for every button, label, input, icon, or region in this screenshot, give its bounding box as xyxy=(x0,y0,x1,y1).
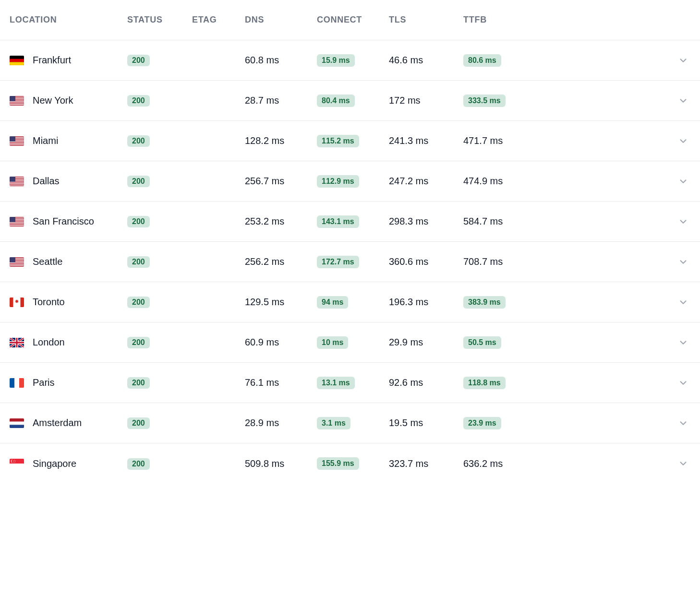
flag-icon xyxy=(10,298,24,307)
location-name: Amsterdam xyxy=(33,417,82,428)
location-name: London xyxy=(33,337,65,348)
location-cell: Paris xyxy=(10,377,127,388)
status-cell: 200 xyxy=(127,135,150,147)
connect-cell: 15.9 ms xyxy=(317,54,355,67)
status-badge: 200 xyxy=(127,417,150,429)
ttfb-cell: 474.9 ms xyxy=(463,176,503,187)
dns-cell: 509.8 ms xyxy=(245,458,284,469)
flag-icon xyxy=(10,459,24,468)
col-header-connect: Connect xyxy=(317,15,389,25)
dns-cell: 256.7 ms xyxy=(245,176,284,187)
ttfb-cell: 333.5 ms xyxy=(463,95,506,107)
ttfb-badge: 80.6 ms xyxy=(463,54,501,67)
table-row[interactable]: San Francisco200253.2 ms143.1 ms298.3 ms… xyxy=(0,202,700,242)
chevron-down-icon xyxy=(678,176,688,187)
connect-cell: 13.1 ms xyxy=(317,377,355,389)
connect-cell: 172.7 ms xyxy=(317,256,359,268)
connect-badge: 80.4 ms xyxy=(317,95,355,107)
connect-badge: 13.1 ms xyxy=(317,377,355,389)
dns-cell: 256.2 ms xyxy=(245,256,284,267)
status-cell: 200 xyxy=(127,417,150,429)
connect-badge: 10 ms xyxy=(317,336,348,349)
ttfb-cell: 80.6 ms xyxy=(463,54,501,67)
expand-button[interactable] xyxy=(555,55,690,66)
location-cell: Singapore xyxy=(10,458,127,469)
dns-cell: 76.1 ms xyxy=(245,377,279,388)
ttfb-cell: 636.2 ms xyxy=(463,458,503,469)
location-name: Dallas xyxy=(33,176,60,187)
table-row[interactable]: Toronto200129.5 ms94 ms196.3 ms383.9 ms xyxy=(0,282,700,322)
expand-button[interactable] xyxy=(555,297,690,308)
chevron-down-icon xyxy=(678,257,688,267)
tls-cell: 360.6 ms xyxy=(389,256,428,267)
expand-button[interactable] xyxy=(555,95,690,106)
ttfb-cell: 708.7 ms xyxy=(463,256,503,267)
tls-cell: 247.2 ms xyxy=(389,176,428,187)
col-header-location: Location xyxy=(10,15,127,25)
dns-cell: 28.7 ms xyxy=(245,95,279,106)
status-badge: 200 xyxy=(127,55,150,66)
status-cell: 200 xyxy=(127,296,150,308)
expand-button[interactable] xyxy=(555,216,690,227)
expand-button[interactable] xyxy=(555,257,690,267)
expand-button[interactable] xyxy=(555,136,690,146)
tls-cell: 196.3 ms xyxy=(389,297,428,308)
table-row[interactable]: Amsterdam20028.9 ms3.1 ms19.5 ms23.9 ms xyxy=(0,403,700,443)
dns-cell: 129.5 ms xyxy=(245,297,284,308)
location-cell: Seattle xyxy=(10,256,127,267)
table-row[interactable]: Frankfurt20060.8 ms15.9 ms46.6 ms80.6 ms xyxy=(0,40,700,81)
connect-cell: 155.9 ms xyxy=(317,457,359,470)
location-name: New York xyxy=(33,95,73,106)
flag-icon xyxy=(10,378,24,388)
flag-icon xyxy=(10,418,24,428)
ttfb-badge: 50.5 ms xyxy=(463,336,501,349)
table-row[interactable]: London20060.9 ms10 ms29.9 ms50.5 ms xyxy=(0,322,700,363)
ttfb-cell: 584.7 ms xyxy=(463,216,503,227)
tls-cell: 19.5 ms xyxy=(389,417,423,428)
status-cell: 200 xyxy=(127,215,150,227)
ttfb-cell: 50.5 ms xyxy=(463,336,501,349)
latency-table: Location Status ETag DNS Connect TLS TTF… xyxy=(0,0,700,484)
table-row[interactable]: New York20028.7 ms80.4 ms172 ms333.5 ms xyxy=(0,81,700,121)
location-name: Toronto xyxy=(33,297,65,308)
expand-button[interactable] xyxy=(555,337,690,348)
location-name: Seattle xyxy=(33,256,62,267)
connect-badge: 143.1 ms xyxy=(317,215,359,228)
ttfb-badge: 383.9 ms xyxy=(463,296,506,309)
tls-cell: 92.6 ms xyxy=(389,377,423,388)
status-cell: 200 xyxy=(127,336,150,348)
chevron-down-icon xyxy=(678,378,688,388)
chevron-down-icon xyxy=(678,136,688,146)
location-cell: Amsterdam xyxy=(10,417,127,428)
chevron-down-icon xyxy=(678,418,688,428)
chevron-down-icon xyxy=(678,55,688,66)
expand-button[interactable] xyxy=(555,176,690,187)
table-row[interactable]: Paris20076.1 ms13.1 ms92.6 ms118.8 ms xyxy=(0,363,700,403)
flag-icon xyxy=(10,257,24,267)
connect-cell: 10 ms xyxy=(317,336,348,349)
expand-button[interactable] xyxy=(555,458,690,469)
location-cell: San Francisco xyxy=(10,216,127,227)
chevron-down-icon xyxy=(678,297,688,308)
expand-button[interactable] xyxy=(555,418,690,428)
col-header-tls: TLS xyxy=(389,15,463,25)
expand-button[interactable] xyxy=(555,378,690,388)
location-cell: New York xyxy=(10,95,127,106)
location-cell: Dallas xyxy=(10,176,127,187)
table-row[interactable]: Dallas200256.7 ms112.9 ms247.2 ms474.9 m… xyxy=(0,161,700,202)
tls-cell: 241.3 ms xyxy=(389,135,428,146)
table-row[interactable]: Singapore200509.8 ms155.9 ms323.7 ms636.… xyxy=(0,443,700,484)
connect-cell: 112.9 ms xyxy=(317,175,359,188)
status-cell: 200 xyxy=(127,458,150,470)
table-row[interactable]: Miami200128.2 ms115.2 ms241.3 ms471.7 ms xyxy=(0,121,700,161)
chevron-down-icon xyxy=(678,95,688,106)
tls-cell: 29.9 ms xyxy=(389,337,423,348)
ttfb-badge: 333.5 ms xyxy=(463,95,506,107)
status-cell: 200 xyxy=(127,175,150,187)
connect-badge: 94 ms xyxy=(317,296,348,309)
ttfb-cell: 118.8 ms xyxy=(463,377,506,389)
col-header-status: Status xyxy=(127,15,192,25)
connect-badge: 115.2 ms xyxy=(317,135,359,147)
location-name: Miami xyxy=(33,135,58,146)
table-row[interactable]: Seattle200256.2 ms172.7 ms360.6 ms708.7 … xyxy=(0,242,700,282)
